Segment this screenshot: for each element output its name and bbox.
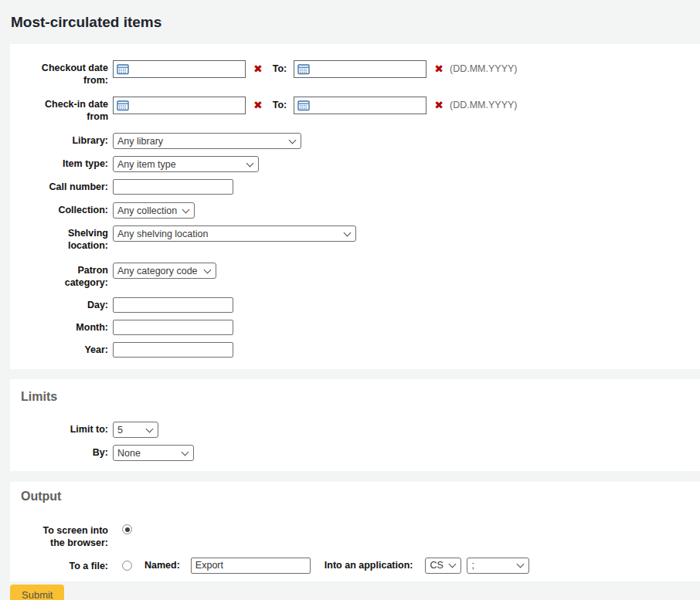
limit-by-select[interactable]: None: [113, 445, 194, 461]
clear-date-icon[interactable]: ✖: [253, 60, 263, 78]
limit-by-label: By:: [10, 445, 113, 459]
output-heading: Output: [10, 489, 700, 504]
checkin-date-to-input[interactable]: [294, 97, 426, 114]
shelving-location-label: Shelving location:: [10, 225, 113, 252]
checkout-date-row: Checkout date from: ✖ To:: [10, 60, 700, 86]
item-type-row: Item type: Any item type: [10, 156, 700, 172]
year-row: Year:: [10, 342, 700, 358]
shelving-location-row: Shelving location: Any shelving location: [10, 225, 700, 252]
checkin-to-label: To:: [273, 97, 287, 114]
filters-panel: Checkout date from: ✖ To:: [10, 44, 700, 369]
to-screen-radio[interactable]: [122, 524, 132, 534]
checkout-date-to-input[interactable]: [294, 60, 426, 78]
output-to-screen-row: To screen into the browser:: [10, 523, 700, 549]
output-to-file-row: To a file: Named: Into an application: C…: [10, 557, 700, 574]
to-screen-label: To screen into the browser:: [10, 523, 113, 549]
item-type-label: Item type:: [10, 156, 113, 170]
call-number-label: Call number:: [10, 179, 113, 193]
shelving-location-select[interactable]: Any shelving location: [113, 225, 356, 242]
call-number-row: Call number:: [10, 179, 700, 195]
limits-panel: Limits Limit to: 5 By: None: [10, 379, 700, 471]
month-row: Month:: [10, 320, 700, 335]
clear-date-icon[interactable]: ✖: [253, 97, 263, 114]
checkin-date-label: Check-in date from: [10, 97, 113, 123]
collection-label: Collection:: [10, 202, 113, 216]
limit-to-row: Limit to: 5: [10, 422, 700, 438]
year-label: Year:: [10, 342, 113, 356]
library-select[interactable]: Any library: [113, 133, 301, 149]
output-panel: Output To screen into the browser: To a …: [10, 482, 700, 581]
collection-row: Collection: Any collection: [10, 202, 700, 219]
limit-by-row: By: None: [10, 445, 700, 461]
day-input[interactable]: [113, 297, 233, 313]
clear-date-icon[interactable]: ✖: [434, 97, 443, 114]
library-label: Library:: [10, 133, 113, 147]
day-row: Day:: [10, 297, 700, 313]
patron-category-select[interactable]: Any category code: [113, 263, 216, 279]
limit-to-label: Limit to:: [10, 422, 113, 436]
call-number-input[interactable]: [113, 179, 233, 195]
date-format-hint: (DD.MM.YYYY): [450, 97, 518, 114]
calendar-icon: [117, 63, 129, 75]
year-input[interactable]: [113, 342, 233, 358]
checkin-date-row: Check-in date from ✖ To:: [10, 97, 700, 123]
day-label: Day:: [10, 297, 113, 311]
checkout-date-from-input[interactable]: [113, 60, 246, 78]
month-label: Month:: [10, 320, 113, 334]
checkout-to-label: To:: [273, 60, 287, 78]
calendar-icon: [297, 63, 310, 75]
to-file-label: To a file:: [10, 558, 113, 572]
collection-select[interactable]: Any collection: [113, 202, 195, 219]
named-label: Named:: [144, 557, 180, 574]
delimiter-select[interactable]: ;: [467, 558, 529, 574]
checkin-date-from-input[interactable]: [113, 97, 246, 114]
into-application-label: Into an application:: [325, 557, 413, 574]
limit-to-select[interactable]: 5: [113, 422, 158, 438]
calendar-icon: [297, 100, 310, 111]
patron-category-row: Patron category: Any category code: [10, 263, 700, 289]
calendar-icon: [117, 100, 129, 111]
clear-date-icon[interactable]: ✖: [434, 60, 443, 78]
limits-heading: Limits: [10, 389, 700, 405]
page-title: Most-circulated items: [0, 0, 700, 32]
checkout-date-label: Checkout date from:: [10, 60, 113, 86]
library-row: Library: Any library: [10, 133, 700, 149]
file-format-select[interactable]: CSV: [425, 558, 461, 574]
month-input[interactable]: [113, 320, 233, 335]
item-type-select[interactable]: Any item type: [113, 156, 259, 172]
to-file-radio[interactable]: [122, 561, 132, 571]
date-format-hint: (DD.MM.YYYY): [450, 60, 518, 78]
file-name-input[interactable]: [191, 558, 311, 574]
submit-button[interactable]: Submit: [10, 585, 64, 600]
patron-category-label: Patron category:: [10, 263, 113, 289]
